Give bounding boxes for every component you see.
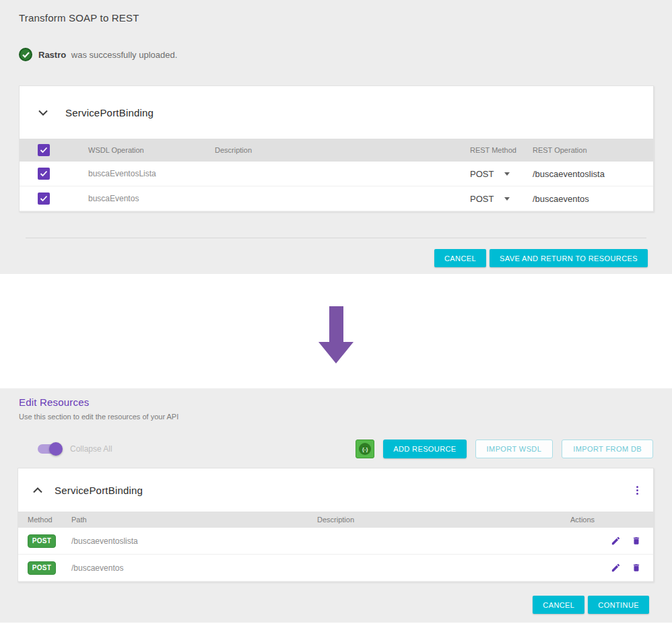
- binding-table-header: WSDL Operation Description REST Method R…: [20, 139, 653, 162]
- edit-resources-title: Edit Resources: [19, 396, 653, 408]
- wsdl-operation-name: buscaEventosLista: [69, 169, 215, 178]
- method-badge: POST: [28, 534, 56, 548]
- import-from-db-button[interactable]: IMPORT FROM DB: [562, 440, 653, 458]
- row-actions: [553, 536, 653, 546]
- kebab-menu-icon[interactable]: [634, 483, 641, 497]
- select-all-checkbox[interactable]: [38, 144, 50, 156]
- toolbar-buttons: {-} ADD RESOURCE IMPORT WSDL IMPORT FROM…: [356, 440, 653, 458]
- binding-card-header[interactable]: ServicePortBinding: [20, 86, 653, 139]
- table-row: buscaEventosLista POST /buscaeventoslist…: [20, 162, 653, 186]
- code-braces-icon: {-}: [359, 443, 371, 455]
- col-actions: Actions: [553, 516, 653, 524]
- cancel-button[interactable]: CANCEL: [533, 596, 584, 614]
- row-checkbox[interactable]: [38, 193, 50, 205]
- col-description: Description: [215, 146, 470, 154]
- rest-method-select[interactable]: POST: [470, 194, 533, 204]
- toggle-knob: [49, 442, 63, 456]
- divider: [26, 238, 646, 238]
- edit-pencil-icon[interactable]: [611, 563, 621, 573]
- service-port-binding-card: ServicePortBinding WSDL Operation Descri…: [19, 85, 654, 212]
- delete-trash-icon[interactable]: [632, 536, 641, 546]
- dropdown-caret-icon: [504, 172, 510, 176]
- success-check-icon: [19, 48, 32, 61]
- save-and-return-button[interactable]: SAVE AND RETURN TO RESOURCES: [490, 249, 648, 267]
- edit-resources-subtitle: Use this section to edit the resources o…: [19, 413, 653, 421]
- dropdown-caret-icon: [504, 197, 510, 201]
- rest-method-select[interactable]: POST: [470, 169, 533, 179]
- edit-pencil-icon[interactable]: [611, 536, 621, 546]
- wsdl-operation-name: buscaEventos: [69, 194, 215, 203]
- resource-card-title: ServicePortBinding: [55, 485, 143, 496]
- rest-method-value: POST: [470, 169, 494, 179]
- rest-operation-input[interactable]: /buscaeventos: [533, 194, 654, 204]
- rest-method-value: POST: [470, 194, 494, 204]
- method-badge: POST: [28, 561, 56, 575]
- table-row: POST /buscaeventos: [18, 555, 653, 582]
- col-description: Description: [317, 516, 553, 524]
- binding-card-title: ServicePortBinding: [65, 107, 154, 118]
- collapse-all-label: Collapse All: [70, 444, 112, 454]
- col-path: Path: [71, 516, 317, 524]
- chevron-up-icon[interactable]: [33, 487, 42, 493]
- resource-path: /buscaeventos: [71, 563, 317, 573]
- resource-path: /buscaeventoslista: [71, 536, 317, 546]
- collapse-all-toggle[interactable]: [38, 444, 61, 454]
- table-row: POST /buscaeventoslista: [18, 528, 653, 555]
- resource-group-card: ServicePortBinding Method Path Descripti…: [18, 468, 654, 582]
- upload-success-message: Rastro was successfully uploaded.: [19, 48, 653, 61]
- rest-operation-input[interactable]: /buscaeventoslista: [533, 169, 654, 179]
- col-rest-method: REST Method: [470, 146, 533, 154]
- continue-button[interactable]: CONTINUE: [588, 596, 649, 614]
- col-wsdl-operation: WSDL Operation: [69, 146, 215, 154]
- delete-trash-icon[interactable]: [632, 563, 641, 573]
- col-method: Method: [18, 516, 71, 524]
- add-resource-button[interactable]: ADD RESOURCE: [383, 440, 466, 458]
- down-arrow-head: [318, 342, 354, 363]
- resource-table-header: Method Path Description Actions: [18, 512, 653, 528]
- table-row: buscaEventos POST /buscaeventos: [20, 186, 653, 211]
- success-message-text: was successfully uploaded.: [71, 50, 178, 60]
- transform-actions: CANCEL SAVE AND RETURN TO RESOURCES: [19, 249, 653, 267]
- uploaded-file-name: Rastro: [38, 50, 66, 60]
- collapse-all-control: Collapse All: [38, 444, 112, 454]
- row-checkbox[interactable]: [38, 168, 50, 180]
- down-arrow-icon: [329, 306, 343, 342]
- transition-zone: [0, 274, 672, 388]
- page-title: Transform SOAP to REST: [19, 12, 653, 24]
- edit-resources-panel: Edit Resources Use this section to edit …: [0, 388, 672, 623]
- row-actions: [553, 563, 653, 573]
- code-braces-button[interactable]: {-}: [356, 440, 374, 458]
- resource-card-header[interactable]: ServicePortBinding: [18, 468, 653, 512]
- edit-actions: CANCEL CONTINUE: [19, 596, 653, 614]
- success-text: Rastro was successfully uploaded.: [38, 50, 177, 60]
- import-wsdl-button[interactable]: IMPORT WSDL: [475, 440, 553, 458]
- col-rest-operation: REST Operation: [533, 146, 654, 154]
- cancel-button[interactable]: CANCEL: [434, 249, 486, 267]
- chevron-down-icon[interactable]: [38, 110, 48, 116]
- resources-toolbar: Collapse All {-} ADD RESOURCE IMPORT WSD…: [19, 440, 653, 458]
- transform-soap-panel: Transform SOAP to REST Rastro was succes…: [0, 0, 672, 274]
